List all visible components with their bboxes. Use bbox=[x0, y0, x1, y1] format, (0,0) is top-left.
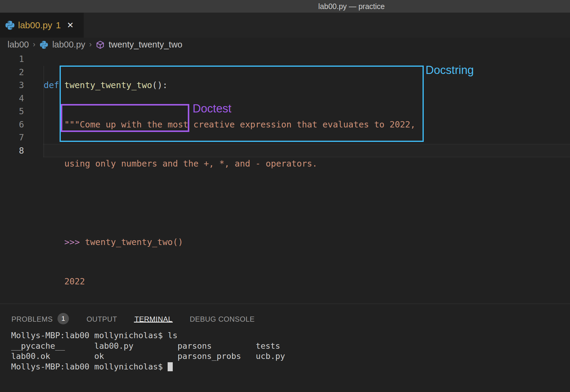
vscode-window: lab00.py — practice lab00.py 1 ✕ lab00 ›… bbox=[0, 0, 570, 392]
python-file-icon bbox=[5, 20, 15, 30]
chevron-right-icon: › bbox=[33, 40, 36, 49]
window-title: lab00.py — practice bbox=[318, 2, 385, 11]
tab-output[interactable]: OUTPUT bbox=[86, 304, 117, 327]
code-line-1: def twenty_twenty_two(): bbox=[44, 79, 415, 92]
code-line-2: """Come up with the most creative expres… bbox=[44, 118, 415, 131]
line-number: 5 bbox=[0, 105, 24, 118]
panel-tab-bar: PROBLEMS 1 OUTPUT TERMINAL DEBUG CONSOLE bbox=[0, 304, 570, 327]
doctest-call: twenty_twenty_two() bbox=[80, 237, 183, 247]
indent bbox=[44, 277, 64, 286]
terminal-line: Mollys-MBP:lab00 mollynicholas$ ls bbox=[11, 330, 285, 341]
tab-debug-console[interactable]: DEBUG CONSOLE bbox=[190, 304, 255, 327]
indent bbox=[44, 159, 64, 169]
tab-problems[interactable]: PROBLEMS 1 bbox=[11, 304, 69, 327]
line-number-gutter: 1 2 3 4 5 6 7 8 bbox=[0, 53, 24, 157]
tab-file-name: lab00.py bbox=[18, 20, 52, 30]
symbol-cube-icon bbox=[96, 40, 105, 49]
python-file-icon bbox=[39, 40, 48, 49]
code-editor[interactable]: 1 2 3 4 5 6 7 8 def twenty_twenty_two():… bbox=[0, 52, 570, 304]
breadcrumb-symbol[interactable]: twenty_twenty_two bbox=[109, 40, 182, 50]
keyword-def: def bbox=[44, 80, 64, 90]
terminal-output[interactable]: Mollys-MBP:lab00 mollynicholas$ ls__pyca… bbox=[11, 330, 285, 372]
tab-terminal-label: TERMINAL bbox=[135, 315, 172, 323]
terminal-line: __pycache__ lab00.py parsons tests bbox=[11, 341, 285, 351]
tab-problem-badge: 1 bbox=[56, 20, 61, 30]
line-number-active: 8 bbox=[0, 144, 24, 158]
tab-output-label: OUTPUT bbox=[86, 315, 117, 323]
docstring-text: using only numbers and the +, *, and - o… bbox=[64, 159, 318, 169]
bottom-panel: PROBLEMS 1 OUTPUT TERMINAL DEBUG CONSOLE… bbox=[0, 304, 570, 392]
function-name: twenty_twenty_two bbox=[64, 80, 152, 90]
tab-debug-console-label: DEBUG CONSOLE bbox=[190, 315, 255, 323]
tab-terminal[interactable]: TERMINAL bbox=[135, 304, 172, 327]
line-number: 6 bbox=[0, 118, 24, 131]
line-number: 7 bbox=[0, 131, 24, 144]
code-line-4 bbox=[44, 197, 415, 210]
line-number: 3 bbox=[0, 79, 24, 92]
code-line-5: >>> twenty_twenty_two() bbox=[44, 236, 415, 249]
docstring-text: """Come up with the most creative expres… bbox=[64, 120, 416, 130]
editor-tab-strip: lab00.py 1 ✕ bbox=[0, 13, 570, 38]
terminal-cursor bbox=[168, 362, 173, 371]
doctest-expected: 2022 bbox=[64, 277, 85, 286]
indent bbox=[44, 237, 64, 247]
tab-problems-label: PROBLEMS bbox=[11, 315, 53, 323]
punctuation: (): bbox=[152, 80, 167, 90]
line-number: 2 bbox=[0, 66, 24, 79]
line-number: 4 bbox=[0, 92, 24, 105]
terminal-line: lab00.ok ok parsons_probs ucb.py bbox=[11, 351, 285, 362]
breadcrumb-file[interactable]: lab00.py bbox=[52, 40, 85, 50]
chevron-right-icon: › bbox=[89, 40, 92, 49]
indent bbox=[44, 120, 64, 130]
terminal-prompt-line: Mollys-MBP:lab00 mollynicholas$ bbox=[11, 362, 285, 372]
line-number: 1 bbox=[0, 53, 24, 66]
title-bar: lab00.py — practice bbox=[0, 0, 570, 13]
code-line-3: using only numbers and the +, *, and - o… bbox=[44, 157, 415, 170]
tab-close-icon[interactable]: ✕ bbox=[67, 20, 74, 30]
tab-lab00-py[interactable]: lab00.py 1 ✕ bbox=[0, 13, 84, 38]
breadcrumb-folder[interactable]: lab00 bbox=[8, 40, 29, 50]
breadcrumb: lab00 › lab00.py › twenty_twenty_two bbox=[0, 38, 570, 52]
code-line-6: 2022 bbox=[44, 275, 415, 288]
doctest-prompt: >>> bbox=[64, 237, 80, 247]
terminal-prompt: Mollys-MBP:lab00 mollynicholas$ bbox=[11, 362, 168, 371]
problems-count-badge: 1 bbox=[57, 313, 69, 324]
